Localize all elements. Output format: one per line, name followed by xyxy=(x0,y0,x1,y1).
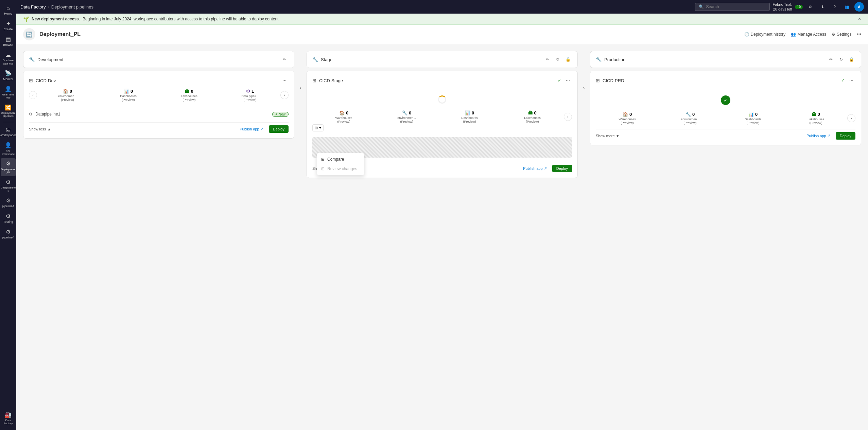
more-icon: ••• xyxy=(857,32,861,37)
production-workspace-menu[interactable]: ⋯ xyxy=(847,76,855,85)
stage-edit-btn[interactable]: ✏ xyxy=(543,55,552,64)
production-deploy-btn[interactable]: Deploy xyxy=(836,132,855,140)
stage-lock-btn[interactable]: 🔒 xyxy=(564,55,572,64)
context-menu-compare[interactable]: ⊞ Compare xyxy=(317,155,364,164)
sidebar-item-pipeline4[interactable]: ⚙ pipeline4 xyxy=(1,195,16,210)
search-bar[interactable]: 🔍 Search xyxy=(695,3,770,11)
deployment-history-button[interactable]: 🕐 Deployment history xyxy=(744,32,786,37)
stage-stage-icon: 🔧 xyxy=(312,57,318,62)
stat-dashboards[interactable]: 📊 0 Dashboards(Preview) xyxy=(98,89,159,102)
production-workspace-icon: ⊞ xyxy=(596,78,600,83)
stage-compare-dropdown-btn[interactable]: ⊞ ▾ xyxy=(312,124,324,131)
settings-label: Settings xyxy=(837,32,851,37)
deployment-history-label: Deployment history xyxy=(751,32,786,37)
stat-prod-environments[interactable]: 🔧 0 environmen...(Preview) xyxy=(659,112,722,125)
production-publish-btn[interactable]: Publish app ↗ xyxy=(804,132,833,139)
download-icon[interactable]: ⬇ xyxy=(818,2,827,12)
sidebar-item-testing[interactable]: ⚙ Testing xyxy=(1,211,16,226)
banner-description: Beginning in late July 2024, workspace c… xyxy=(83,17,280,21)
stage-stat-nav-next[interactable]: › xyxy=(564,113,572,121)
settings-icon[interactable]: ⚙ xyxy=(805,2,815,12)
production-refresh-btn[interactable]: ↻ xyxy=(837,55,845,64)
banner-close-icon[interactable]: ✕ xyxy=(858,17,861,21)
stat-lakehouses[interactable]: 🏔 0 Lakehouses(Preview) xyxy=(159,89,220,102)
stage-publish-btn[interactable]: Publish app ↗ xyxy=(520,165,550,172)
sidebar-item-label: pipeline4 xyxy=(2,204,14,208)
sidebar-item-monitor[interactable]: 📡 Monitor xyxy=(1,68,16,83)
sidebar-item-label: Testing xyxy=(3,220,13,224)
sidebar-item-label: OneLake data hub xyxy=(1,59,15,65)
development-edit-btn[interactable]: ✏ xyxy=(280,55,289,64)
sidebar-item-onelake[interactable]: ☁ OneLake data hub xyxy=(1,50,16,67)
sidebar-item-datapipeline1[interactable]: ⚙ Datapipeline 1 xyxy=(1,177,16,195)
sidebar-item-deployment-pipelines[interactable]: 🔀 Deployment pipelines xyxy=(1,102,16,120)
prod-stat-nav-next[interactable]: › xyxy=(847,114,855,122)
show-less-toggle[interactable]: Show less ▲ xyxy=(29,127,51,131)
help-icon[interactable]: ? xyxy=(830,2,839,12)
stat-stage-dash-count: 📊 0 xyxy=(465,110,474,115)
item-icon: ⚙ xyxy=(29,112,33,117)
stat-prod-env-count: 🔧 0 xyxy=(685,112,695,117)
sidebar-item-home[interactable]: ⌂ Home xyxy=(1,3,16,18)
stat-prod-dashboards[interactable]: 📊 0 Dashboards(Preview) xyxy=(722,112,784,125)
stat-nav-next[interactable]: › xyxy=(280,91,289,99)
pipeline4b-icon: ⚙ xyxy=(6,229,11,235)
sidebar-item-realtime[interactable]: 👤 Real-Time hub xyxy=(1,84,16,101)
arrow-stage-prod: › xyxy=(578,85,590,91)
stage-refresh-btn[interactable]: ↻ xyxy=(554,55,562,64)
sidebar-item-label: Deployment _PL xyxy=(1,168,16,174)
stat-environments[interactable]: 🏠 0 environmen...(Preview) xyxy=(37,89,98,102)
prod-dash-icon: 📊 xyxy=(748,112,754,117)
sidebar-item-browse[interactable]: ▤ Browse xyxy=(1,34,16,49)
stat-nav-prev[interactable]: ‹ xyxy=(29,91,37,99)
stat-pipelines[interactable]: ⚙ 1 Data pipeli...(Preview) xyxy=(220,89,280,102)
production-edit-btn[interactable]: ✏ xyxy=(827,55,835,64)
sidebar-item-create[interactable]: ✦ Create xyxy=(1,18,16,33)
settings-button[interactable]: ⚙ Settings xyxy=(832,32,851,37)
avatar[interactable]: A xyxy=(854,2,864,12)
development-publish-btn[interactable]: Publish app ↗ xyxy=(237,125,266,132)
sidebar-bottom-label: Data Factory xyxy=(1,419,15,425)
stat-stage-environments[interactable]: 🔧 0 environmen...(Preview) xyxy=(375,110,438,124)
sidebar-item-workspaces[interactable]: 🗂 Workspaces xyxy=(1,124,16,139)
topbar-app-name: Data Factory xyxy=(20,4,46,10)
stat-stage-warehouses[interactable]: 🏠 0 Warehouses(Preview) xyxy=(312,110,375,124)
sidebar-item-deployment-pl[interactable]: ⚙ Deployment _PL xyxy=(1,158,16,176)
stat-stage-dashboards[interactable]: 📊 0 Dashboards(Preview) xyxy=(438,110,501,124)
new-access-banner: 🌱 New deployment access. Beginning in la… xyxy=(16,14,868,25)
development-stage-icon: 🔧 xyxy=(29,57,35,62)
production-stage-name: Production xyxy=(604,57,824,62)
stage-lake-icon: 🏔 xyxy=(528,110,533,115)
production-lock-btn[interactable]: 🔒 xyxy=(847,55,855,64)
share-icon[interactable]: 👥 xyxy=(842,2,852,12)
notifications-badge[interactable]: 10 xyxy=(795,5,803,9)
stat-prod-warehouses-label: Warehouses(Preview) xyxy=(619,118,636,125)
stage-deploy-btn[interactable]: Deploy xyxy=(552,165,572,172)
sidebar-divider xyxy=(3,122,14,122)
development-deploy-btn[interactable]: Deploy xyxy=(269,125,289,133)
sidebar-item-data-factory[interactable]: 🏭 Data Factory xyxy=(1,410,16,427)
deployment-pl-icon: ⚙ xyxy=(6,160,11,167)
manage-access-button[interactable]: 👥 Manage Access xyxy=(791,32,826,37)
stat-prod-warehouses[interactable]: 🏠 0 Warehouses(Preview) xyxy=(596,112,659,125)
stage-production-header: 🔧 Production ✏ ↻ 🔒 xyxy=(590,51,861,68)
dash-icon: 📊 xyxy=(124,89,129,94)
context-menu-review-changes: ⊞ Review changes xyxy=(317,164,364,174)
development-workspace-menu[interactable]: ⋯ xyxy=(280,76,289,85)
sidebar-item-my-workspace[interactable]: 👤 My workspace xyxy=(1,140,16,158)
sidebar-item-pipeline4b[interactable]: ⚙ pipeline4 xyxy=(1,227,16,241)
stage-dropdown-arrow: ▾ xyxy=(319,126,321,130)
more-options-button[interactable]: ••• xyxy=(857,32,861,37)
search-placeholder: Search xyxy=(706,4,719,9)
stat-prod-lake-count: 🏔 0 xyxy=(812,112,820,117)
stage-verified-icon: ✓ xyxy=(558,78,561,83)
prod-show-more-icon: ▼ xyxy=(616,134,620,138)
production-show-more[interactable]: Show more ▼ xyxy=(596,134,620,138)
stat-stage-lakehouses[interactable]: 🏔 0 Lakehouses(Preview) xyxy=(501,110,564,124)
stage-workspace-menu[interactable]: ⋯ xyxy=(564,76,572,85)
manage-access-label: Manage Access xyxy=(797,32,826,37)
stage-workspace-header: ⊞ CICD-Stage ✓ ⋯ xyxy=(312,76,572,85)
manage-access-icon: 👥 xyxy=(791,32,796,37)
stat-prod-lakehouses[interactable]: 🏔 0 Lakehouses(Preview) xyxy=(784,112,847,125)
warehouse-icon: 🏠 xyxy=(339,110,345,115)
